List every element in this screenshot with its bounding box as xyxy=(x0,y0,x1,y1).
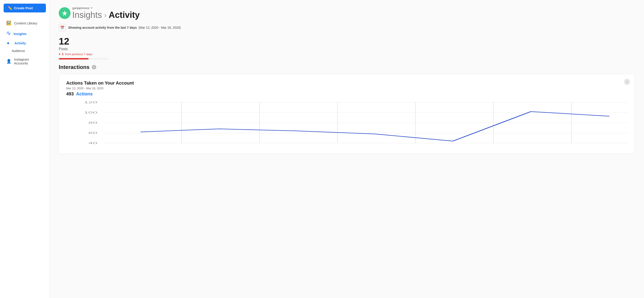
change-value: 3 from previous 7 days xyxy=(62,53,92,56)
stats-section: 12 Posts ♥ 3 from previous 7 days xyxy=(59,37,635,60)
chart-total-count: 493 xyxy=(66,91,74,96)
sidebar-sub-item-activity[interactable]: Activity xyxy=(2,40,48,47)
svg-text:100: 100 xyxy=(84,111,98,114)
sidebar-sub-label: Audience xyxy=(12,49,25,53)
chart-date-range: Mar 12, 2020 - Mar 18, 2020 xyxy=(66,87,628,90)
breadcrumb-current: Activity xyxy=(109,10,140,20)
account-name-row: ganjapreneur ▾ xyxy=(72,6,140,10)
main-content: ganjapreneur ▾ Insights › Activity 📅 Sho… xyxy=(50,0,644,298)
progress-bar-fill xyxy=(59,58,88,60)
instagram-icon: 👤 xyxy=(6,59,11,64)
heart-icon: ♥ xyxy=(59,53,60,56)
chart-title: Actions Taken on Your Account xyxy=(66,81,628,86)
create-post-button[interactable]: ✏️ Create Post xyxy=(4,4,46,13)
account-avatar xyxy=(59,7,70,19)
chart-svg: 120 100 80 60 40 xyxy=(66,100,628,150)
interactions-heading: Interactions xyxy=(59,64,90,70)
chevron-down-icon[interactable]: ▾ xyxy=(91,7,92,10)
sidebar-item-content-library[interactable]: 🖼️ Content Library xyxy=(2,18,48,28)
svg-text:60: 60 xyxy=(88,131,98,134)
header-account-row: ganjapreneur ▾ Insights › Activity xyxy=(59,6,635,20)
create-post-label: Create Post xyxy=(14,6,33,10)
chart-info-button[interactable]: i xyxy=(624,79,630,85)
svg-text:120: 120 xyxy=(84,101,98,104)
progress-bar-container xyxy=(59,58,108,60)
sidebar-item-insights[interactable]: Insights xyxy=(2,29,48,39)
interactions-title-row: Interactions i xyxy=(59,64,635,70)
edit-icon: ✏️ xyxy=(8,6,12,10)
chart-card: Actions Taken on Your Account Mar 12, 20… xyxy=(59,74,635,154)
change-text: from previous 7 days xyxy=(65,53,92,56)
sidebar-item-label: Content Library xyxy=(14,21,37,25)
svg-text:80: 80 xyxy=(88,121,98,124)
chart-total: 493 Actions xyxy=(66,91,628,97)
dot-icon xyxy=(7,42,9,44)
sidebar-sub-item-audience[interactable]: Audience xyxy=(2,47,48,55)
svg-text:40: 40 xyxy=(88,141,98,144)
info-bar: 📅 Showing account activity from the last… xyxy=(59,24,635,31)
breadcrumb-separator: › xyxy=(104,11,106,19)
info-bar-date: (Mar 12, 2020 - Mar 18, 2020) xyxy=(138,26,181,29)
sidebar-sub-label: Activity xyxy=(14,41,26,45)
sidebar-item-instagram-accounts[interactable]: 👤 Instagram Accounts xyxy=(2,55,48,67)
chart-total-label[interactable]: Actions xyxy=(76,91,93,96)
calendar-icon: 📅 xyxy=(59,24,66,31)
interactions-info-icon[interactable]: i xyxy=(92,65,96,69)
sidebar-item-label: Instagram Accounts xyxy=(14,58,43,65)
sidebar: ✏️ Create Post 🖼️ Content Library Insigh… xyxy=(0,0,50,298)
change-number: 3 xyxy=(62,53,64,56)
info-bar-bold: Showing account activity from the last 7… xyxy=(68,26,137,29)
sidebar-item-label: Insights xyxy=(14,32,27,36)
info-bar-text: Showing account activity from the last 7… xyxy=(68,26,181,29)
breadcrumb: Insights › Activity xyxy=(72,10,140,20)
chart-area: 120 100 80 60 40 xyxy=(66,100,628,150)
posts-count: 12 xyxy=(59,37,635,46)
breadcrumb-parent[interactable]: Insights xyxy=(72,10,102,20)
posts-label: Posts xyxy=(59,47,635,51)
content-library-icon: 🖼️ xyxy=(6,21,11,26)
stat-change: ♥ 3 from previous 7 days xyxy=(59,53,635,56)
insights-icon xyxy=(6,31,11,37)
account-name: ganjapreneur xyxy=(72,6,90,10)
